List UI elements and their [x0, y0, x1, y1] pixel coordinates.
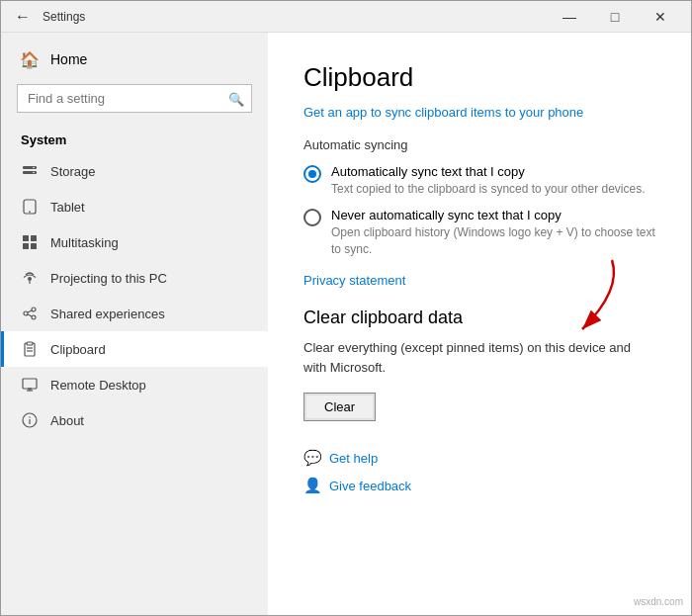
main-content: Clipboard Get an app to sync clipboard i…: [268, 33, 691, 615]
get-help-link[interactable]: 💬 Get help: [303, 449, 655, 467]
help-icon: 💬: [303, 449, 321, 467]
sidebar-item-remote[interactable]: Remote Desktop: [1, 367, 268, 402]
search-container: 🔍: [17, 84, 252, 113]
feedback-icon: 👤: [303, 477, 321, 494]
svg-line-16: [28, 314, 32, 316]
home-label: Home: [50, 51, 87, 67]
search-input[interactable]: [17, 84, 252, 113]
close-button[interactable]: ✕: [638, 1, 683, 33]
svg-point-27: [29, 416, 30, 417]
sidebar-item-shared[interactable]: Shared experiences: [1, 296, 268, 331]
clear-section-title: Clear clipboard data: [303, 308, 655, 328]
radio-never-text: Never automatically sync text that I cop…: [331, 208, 655, 258]
radio-option-auto: Automatically sync text that I copy Text…: [303, 164, 655, 198]
remote-icon: [21, 376, 39, 394]
clipboard-label: Clipboard: [50, 342, 106, 357]
watermark: wsxdn.com: [634, 596, 683, 607]
sidebar-item-storage[interactable]: Storage: [1, 153, 268, 189]
svg-point-12: [24, 311, 28, 315]
give-feedback-link[interactable]: 👤 Give feedback: [303, 477, 655, 494]
help-section: 💬 Get help 👤 Give feedback: [303, 449, 655, 494]
svg-rect-8: [23, 243, 29, 249]
sidebar: 🏠 Home 🔍 System Storage Tablet: [1, 33, 268, 615]
window-controls: — □ ✕: [547, 1, 683, 33]
tablet-icon: [21, 198, 39, 216]
shared-icon: [21, 305, 39, 322]
svg-rect-21: [23, 379, 37, 389]
help-label: Get help: [329, 451, 378, 466]
settings-window: ← Settings — □ ✕ 🏠 Home 🔍 System: [0, 0, 692, 616]
about-icon: [21, 411, 39, 429]
minimize-button[interactable]: —: [547, 1, 592, 33]
storage-icon: [21, 162, 39, 180]
home-icon: 🏠: [21, 50, 39, 68]
clear-description: Clear everything (except pinned items) o…: [303, 338, 655, 377]
clipboard-icon: [21, 340, 39, 358]
feedback-label: Give feedback: [329, 479, 411, 493]
radio-auto-button[interactable]: [303, 165, 321, 183]
projecting-icon: [21, 269, 39, 287]
storage-label: Storage: [50, 164, 96, 179]
radio-auto-label: Automatically sync text that I copy: [331, 164, 646, 179]
sidebar-item-home[interactable]: 🏠 Home: [1, 43, 268, 76]
annotation-arrow: [553, 250, 632, 352]
privacy-link[interactable]: Privacy statement: [303, 273, 655, 288]
svg-rect-9: [31, 243, 37, 249]
multitasking-icon: [21, 233, 39, 251]
svg-point-14: [32, 315, 36, 319]
svg-rect-18: [27, 342, 33, 345]
clear-button[interactable]: Clear: [303, 393, 376, 421]
svg-rect-1: [23, 171, 37, 174]
svg-rect-7: [31, 235, 37, 241]
sidebar-item-projecting[interactable]: Projecting to this PC: [1, 260, 268, 296]
svg-rect-0: [23, 166, 37, 169]
page-title: Clipboard: [303, 62, 655, 93]
svg-point-2: [33, 167, 35, 169]
svg-line-15: [28, 310, 32, 312]
shared-label: Shared experiences: [50, 307, 165, 321]
radio-option-never: Never automatically sync text that I cop…: [303, 208, 655, 258]
content-area: 🏠 Home 🔍 System Storage Tablet: [1, 33, 691, 615]
svg-rect-6: [23, 235, 29, 241]
multitasking-label: Multitasking: [50, 235, 119, 250]
svg-point-13: [32, 308, 36, 311]
radio-never-desc: Open clipboard history (Windows logo key…: [331, 224, 655, 258]
projecting-label: Projecting to this PC: [50, 271, 167, 286]
svg-point-10: [28, 277, 32, 281]
sync-radio-group: Automatically sync text that I copy Text…: [303, 164, 655, 257]
radio-never-button[interactable]: [303, 209, 321, 226]
svg-point-3: [33, 172, 35, 174]
search-icon: 🔍: [228, 91, 244, 106]
about-label: About: [50, 413, 84, 428]
maximize-button[interactable]: □: [592, 1, 638, 33]
sidebar-item-about[interactable]: About: [1, 402, 268, 438]
titlebar-title: Settings: [43, 10, 85, 24]
sync-phone-link[interactable]: Get an app to sync clipboard items to yo…: [303, 105, 655, 120]
radio-auto-desc: Text copied to the clipboard is synced t…: [331, 181, 646, 198]
titlebar: ← Settings — □ ✕: [1, 1, 691, 33]
sidebar-item-clipboard[interactable]: Clipboard: [1, 331, 268, 367]
remote-label: Remote Desktop: [50, 378, 146, 393]
sidebar-section-label: System: [1, 121, 268, 153]
tablet-label: Tablet: [50, 200, 85, 215]
sidebar-item-tablet[interactable]: Tablet: [1, 189, 268, 224]
radio-auto-text: Automatically sync text that I copy Text…: [331, 164, 646, 198]
radio-never-label: Never automatically sync text that I cop…: [331, 208, 655, 222]
back-button[interactable]: ←: [9, 3, 37, 31]
sidebar-item-multitasking[interactable]: Multitasking: [1, 224, 268, 260]
auto-sync-section-label: Automatic syncing: [303, 137, 655, 152]
